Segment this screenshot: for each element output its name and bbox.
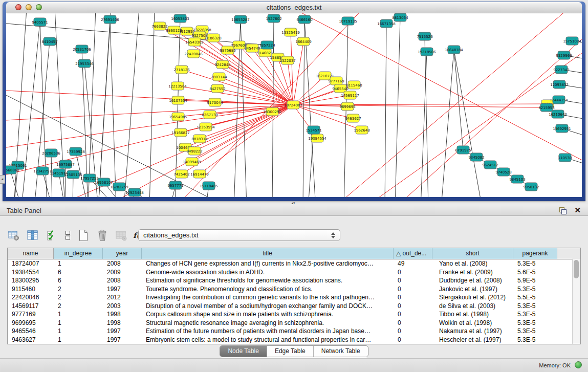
memory-status-icon[interactable] (575, 361, 582, 368)
table-cell[interactable]: 5.3E-5 (513, 336, 557, 344)
graph-node[interactable]: 7663822 (151, 22, 167, 30)
table-cell[interactable]: Estimation of the future numbers of pati… (142, 327, 394, 336)
panel-collapse-handle[interactable]: ◂ (0, 175, 5, 184)
graph-node[interactable]: 9170044 (207, 98, 223, 106)
graph-node[interactable]: 17359928 (67, 147, 85, 156)
graph-node[interactable]: 10653287 (231, 15, 250, 24)
table-selector-dropdown[interactable]: citations_edges.txt (138, 229, 340, 241)
graph-node[interactable]: 9345082 (468, 153, 484, 161)
graph-node[interactable]: 9242844 (214, 60, 231, 69)
table-row[interactable]: 969969511998Structural magnetic resonanc… (8, 319, 580, 327)
graph-node[interactable]: 9657771 (167, 181, 183, 189)
table-cell[interactable]: 9699695 (8, 319, 54, 327)
table-scrollbar[interactable] (572, 259, 580, 344)
column-settings-icon[interactable] (26, 229, 39, 242)
graph-node[interactable]: 20531706 (73, 45, 91, 53)
table-row[interactable]: 2242004622012Investigating the contribut… (8, 293, 580, 302)
table-cell[interactable]: 22420046 (8, 293, 54, 302)
table-cell[interactable]: Disruption of a novel member of a sodium… (142, 302, 394, 311)
table-cell[interactable]: Estimation of significance thresholds fo… (142, 276, 394, 285)
graph-node[interactable]: 9845103 (509, 175, 525, 183)
table-cell[interactable]: Tibbo et al. (1998) (432, 310, 513, 319)
table-cell[interactable]: 0 (394, 336, 432, 344)
graph-node[interactable]: 8215953 (538, 103, 554, 112)
table-cell[interactable]: 1 (54, 310, 103, 319)
table-cell[interactable]: 9465546 (8, 327, 54, 336)
graph-node[interactable]: 1322037 (279, 56, 295, 64)
graph-node[interactable]: 9227343 (553, 65, 569, 74)
table-cell[interactable]: Wolkin et al. (1998) (432, 319, 513, 327)
table-row[interactable]: 977716911998Corpus callosum shape and si… (8, 310, 580, 319)
graph-node[interactable]: 6791975 (455, 146, 471, 154)
table-cell[interactable]: 2008 (103, 259, 142, 268)
table-cell[interactable]: Yano et al. (2008) (432, 259, 513, 268)
graph-node[interactable]: 2803144 (211, 73, 227, 81)
graph-node[interactable]: 1527602 (266, 14, 281, 23)
column-header[interactable]: in_degree (54, 248, 103, 259)
graph-node[interactable]: 15751074 (563, 37, 581, 45)
graph-node[interactable]: 9950132 (523, 183, 539, 191)
graph-node[interactable]: 19384554 (308, 134, 326, 142)
close-panel-icon[interactable]: ✕ (574, 206, 581, 215)
table-cell[interactable]: 5.3E-5 (513, 319, 557, 327)
graph-node[interactable]: 9777169 (328, 77, 344, 85)
graph-node[interactable]: 8410457 (41, 37, 57, 46)
table-cell[interactable]: 1997 (103, 336, 142, 344)
table-cell[interactable]: 18300295 (8, 276, 54, 285)
float-panel-icon[interactable] (559, 207, 567, 214)
graph-node[interactable]: 12353594 (197, 123, 215, 131)
table-body[interactable]: 1872400712008Changes of HCN gene express… (8, 259, 580, 344)
table-cell[interactable]: Stergiakouli et al. (2012) (432, 293, 513, 302)
table-cell[interactable]: 2003 (103, 302, 142, 311)
graph-node[interactable]: 1562648 (354, 126, 369, 134)
table-cell[interactable]: 0 (394, 302, 432, 311)
column-header[interactable]: short (432, 248, 513, 259)
table-row[interactable]: 1872400712008Changes of HCN gene express… (8, 259, 580, 268)
graph-node[interactable]: 19218506 (418, 48, 436, 56)
table-cell[interactable]: Hescheler et al. (1997) (432, 336, 513, 344)
table-cell[interactable]: 5.6E-5 (513, 268, 557, 277)
graph-node[interactable]: 9498222 (186, 147, 202, 155)
table-cell[interactable]: 5.5E-5 (513, 293, 557, 302)
table-cell[interactable]: 14569117 (8, 302, 54, 311)
tab-network-table[interactable]: Network Table (313, 346, 368, 357)
table-cell[interactable]: 5.3E-5 (513, 259, 557, 268)
graph-node[interactable]: 12093832 (550, 80, 569, 89)
graph-node[interactable]: 6466160 (296, 15, 312, 24)
table-cell[interactable]: 9115460 (8, 285, 54, 294)
graph-node[interactable]: 14099469 (183, 158, 201, 166)
graph-node[interactable]: 7515526 (417, 32, 433, 40)
graph-node[interactable]: 22420046 (184, 50, 203, 58)
table-cell[interactable]: Dudbridge et al. (2008) (432, 276, 513, 285)
table-row[interactable]: 1830029562008Estimation of significance … (8, 276, 580, 285)
graph-node[interactable]: 9740528 (495, 168, 511, 176)
table-cell[interactable]: 1998 (103, 319, 142, 327)
table-cell[interactable]: 1 (54, 327, 103, 336)
column-header[interactable]: pagerank (513, 248, 557, 259)
column-header[interactable]: year (103, 248, 142, 259)
graph-node[interactable]: 110530 (558, 154, 572, 162)
table-cell[interactable]: 1997 (103, 327, 142, 336)
network-canvas[interactable]: 1872400723226058891295498601287663822932… (6, 13, 582, 197)
table-cell[interactable]: 0 (394, 310, 432, 319)
table-cell[interactable]: 9463627 (8, 336, 54, 344)
table-cell[interactable]: 0 (394, 276, 432, 285)
graph-node[interactable]: 19166827 (171, 128, 190, 137)
table-cell[interactable]: 2012 (103, 293, 142, 302)
table-cell[interactable]: Nakamura et al. (1997) (432, 327, 513, 336)
table-cell[interactable]: Embryonic stem cells: a model to study s… (142, 336, 394, 344)
network-window-titlebar[interactable]: citations_edges.txt (6, 2, 582, 13)
graph-node[interactable]: 12342757 (33, 167, 52, 175)
graph-node[interactable]: 15718485 (200, 182, 218, 190)
table-cell[interactable]: 2008 (103, 276, 142, 285)
graph-node[interactable]: 8186328 (205, 34, 221, 42)
graph-node[interactable]: 16975887 (56, 160, 75, 168)
graph-node[interactable]: 16648784 (445, 46, 463, 54)
table-cell[interactable]: 49 (394, 259, 432, 268)
table-row[interactable]: 911546021997Tourette syndrome. Phenomeno… (8, 285, 580, 294)
graph-node[interactable]: 15692951 (553, 124, 571, 133)
column-header[interactable]: name (8, 248, 54, 259)
table-row[interactable]: 1938455462009Genome-wide association stu… (8, 268, 580, 277)
graph-node[interactable]: 16107554 (169, 96, 187, 104)
graph-node[interactable]: 8813054 (392, 13, 408, 21)
